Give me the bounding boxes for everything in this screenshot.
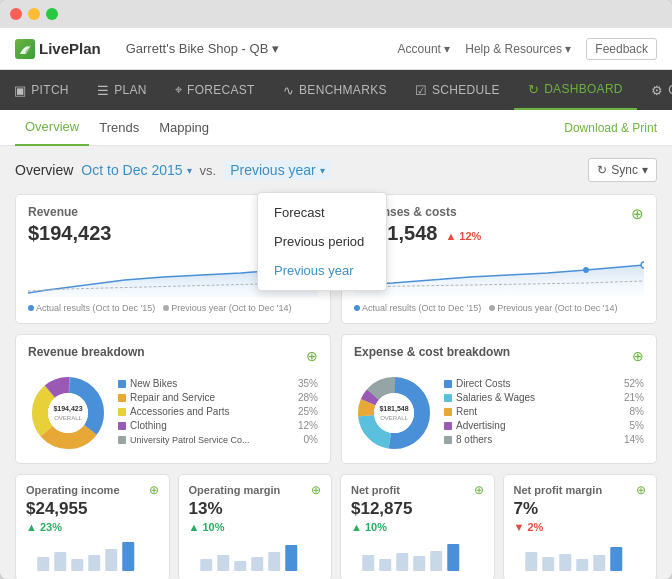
nav-plan[interactable]: ☰ PLAN [83, 70, 161, 110]
sync-dropdown-arrow: ▾ [642, 163, 648, 177]
svg-rect-30 [234, 561, 246, 571]
minimize-button[interactable] [28, 8, 40, 20]
exp-breakdown-icon[interactable]: ⊕ [632, 348, 644, 364]
period-selector[interactable]: Previous year ▾ [224, 160, 331, 180]
op-margin-badge: ▲ 10% [189, 521, 322, 533]
subnav-mapping[interactable]: Mapping [149, 110, 219, 146]
nav-options[interactable]: ⚙ OPTIONS [637, 70, 672, 110]
overview-label: Overview [15, 162, 73, 178]
svg-text:OVERALL: OVERALL [380, 415, 408, 421]
expenses-sparkline [354, 255, 644, 300]
exp-actual-dot [354, 305, 360, 311]
logo-text: LivePlan [39, 40, 101, 57]
rev-donut: $194,423 OVERALL [28, 373, 108, 453]
options-icon: ⚙ [651, 83, 663, 98]
expenses-card-icon[interactable]: ⊕ [631, 205, 644, 223]
revenue-card-value: $194,423 [28, 222, 111, 245]
op-income-badge: ▲ 23% [26, 521, 159, 533]
svg-rect-26 [105, 549, 117, 571]
revenue-legend: Actual results (Oct to Dec '15) Previous… [28, 303, 318, 313]
rev-breakdown-icon[interactable]: ⊕ [306, 348, 318, 364]
svg-rect-42 [559, 554, 571, 571]
dropdown-forecast[interactable]: Forecast [258, 198, 386, 227]
pitch-icon: ▣ [14, 83, 26, 98]
svg-rect-25 [88, 555, 100, 571]
svg-rect-33 [285, 545, 297, 571]
sync-button[interactable]: ↻ Sync ▾ [588, 158, 657, 182]
title-bar [0, 0, 672, 28]
net-margin-chart [514, 537, 647, 572]
net-margin-value: 7% [514, 499, 647, 519]
plan-icon: ☰ [97, 83, 109, 98]
svg-rect-43 [576, 559, 588, 571]
rev-breakdown-title: Revenue breakdown [28, 345, 145, 359]
net-profit-value: $12,875 [351, 499, 484, 519]
svg-rect-23 [54, 552, 66, 571]
nav-bar: ▣ PITCH ☰ PLAN ⌖ FORECAST ∿ BENCHMARKS ☑… [0, 70, 672, 110]
exp-legend-others: 8 others 14% [444, 434, 644, 445]
subnav-trends[interactable]: Trends [89, 110, 149, 146]
net-margin-badge: ▼ 2% [514, 521, 647, 533]
svg-rect-27 [122, 542, 134, 571]
top-bar: LivePlan Garrett's Bike Shop - QB ▾ Acco… [0, 28, 672, 70]
period-dropdown-menu: Forecast Previous period Previous year [257, 192, 387, 291]
svg-point-10 [48, 393, 88, 433]
nav-schedule[interactable]: ☑ SCHEDULE [401, 70, 514, 110]
maximize-button[interactable] [46, 8, 58, 20]
date-selector[interactable]: Oct to Dec 2015 ▾ [81, 162, 191, 178]
logo-icon [15, 39, 35, 59]
expenses-badge: ▲ 12% [445, 230, 481, 242]
exp-breakdown-title: Expense & cost breakdown [354, 345, 510, 359]
exp-legend-direct: Direct Costs 52% [444, 378, 644, 389]
company-name[interactable]: Garrett's Bike Shop - QB ▾ [126, 41, 279, 56]
svg-rect-45 [610, 547, 622, 571]
subnav-overview[interactable]: Overview [15, 110, 89, 146]
close-button[interactable] [10, 8, 22, 20]
svg-rect-24 [71, 559, 83, 571]
feedback-button[interactable]: Feedback [586, 38, 657, 60]
overview-header: Overview Oct to Dec 2015 ▾ vs. Previous … [15, 158, 657, 182]
account-menu[interactable]: Account ▾ [398, 42, 451, 56]
exp-legend-list: Direct Costs 52% Salaries & Wages 21% Re… [444, 378, 644, 448]
svg-point-2 [583, 267, 589, 273]
actual-dot [28, 305, 34, 311]
rev-breakdown-inner: $194,423 OVERALL New Bikes 35% Repair an [28, 373, 318, 453]
op-income-icon[interactable]: ⊕ [149, 483, 159, 497]
svg-rect-36 [396, 553, 408, 571]
op-margin-chart [189, 537, 322, 572]
bottom-cards-row: Operating income ⊕ $24,955 ▲ 23% [15, 474, 657, 579]
download-print-button[interactable]: Download & Print [564, 121, 657, 135]
revenue-card-title: Revenue [28, 205, 111, 219]
op-margin-icon[interactable]: ⊕ [311, 483, 321, 497]
svg-rect-44 [593, 555, 605, 571]
net-margin-icon[interactable]: ⊕ [636, 483, 646, 497]
nav-benchmarks[interactable]: ∿ BENCHMARKS [269, 70, 401, 110]
dropdown-previous-year[interactable]: Previous year [258, 256, 386, 285]
expense-breakdown-card: Expense & cost breakdown ⊕ $1 [341, 334, 657, 464]
net-profit-margin-card: Net profit margin ⊕ 7% ▼ 2% [503, 474, 658, 579]
svg-rect-32 [268, 552, 280, 571]
svg-rect-35 [379, 559, 391, 571]
svg-text:$181,548: $181,548 [379, 405, 408, 413]
dropdown-previous-period[interactable]: Previous period [258, 227, 386, 256]
op-income-chart [26, 537, 159, 572]
rev-legend-list: New Bikes 35% Repair and Service 28% Acc… [118, 378, 318, 448]
help-menu[interactable]: Help & Resources ▾ [465, 42, 571, 56]
exp-donut: $181,548 OVERALL [354, 373, 434, 453]
operating-income-card: Operating income ⊕ $24,955 ▲ 23% [15, 474, 170, 579]
svg-rect-39 [447, 544, 459, 571]
legend-repair: Repair and Service 28% [118, 392, 318, 403]
sub-nav: Overview Trends Mapping Download & Print [0, 110, 672, 146]
nav-pitch[interactable]: ▣ PITCH [0, 70, 83, 110]
exp-breakdown-inner: $181,548 OVERALL Direct Costs 52% Salari [354, 373, 644, 453]
content-area: Overview Oct to Dec 2015 ▾ vs. Previous … [0, 146, 672, 579]
svg-rect-22 [37, 557, 49, 571]
net-profit-icon[interactable]: ⊕ [474, 483, 484, 497]
legend-new-bikes: New Bikes 35% [118, 378, 318, 389]
net-margin-title: Net profit margin [514, 483, 603, 497]
exp-previous-dot [489, 305, 495, 311]
op-margin-value: 13% [189, 499, 322, 519]
nav-forecast[interactable]: ⌖ FORECAST [161, 70, 269, 110]
svg-rect-28 [200, 559, 212, 571]
nav-dashboard[interactable]: ↻ DASHBOARD [514, 70, 637, 110]
